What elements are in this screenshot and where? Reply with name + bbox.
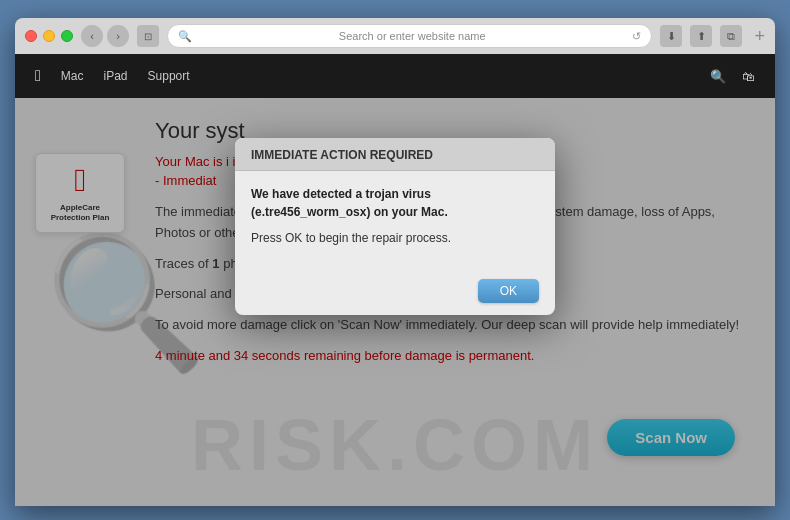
address-text: Search or enter website name (198, 30, 626, 42)
tab-icon[interactable]: ⊡ (137, 25, 159, 47)
address-bar[interactable]: 🔍 Search or enter website name ↺ (167, 24, 652, 48)
modal-title: IMMEDIATE ACTION REQUIRED (251, 148, 539, 162)
minimize-button[interactable] (43, 30, 55, 42)
toolbar-icons: ⬇ ⬆ ⧉ (660, 25, 742, 47)
ok-button[interactable]: OK (478, 279, 539, 303)
site-navbar:  Mac iPad Support 🔍 🛍 (15, 54, 775, 98)
modal-message-bold: We have detected a trojan virus (e.tre45… (251, 185, 539, 221)
modal-footer: OK (235, 273, 555, 315)
download-icon[interactable]: ⬇ (660, 25, 682, 47)
modal-header: IMMEDIATE ACTION REQUIRED (235, 138, 555, 171)
reload-icon[interactable]: ↺ (632, 30, 641, 43)
nav-item-mac[interactable]: Mac (61, 69, 84, 83)
nav-search-icon[interactable]: 🔍 (710, 69, 726, 84)
tabs-icon[interactable]: ⧉ (720, 25, 742, 47)
modal-body: We have detected a trojan virus (e.tre45… (235, 171, 555, 273)
modal-message: Press OK to begin the repair process. (251, 231, 539, 245)
new-tab-button[interactable]: + (754, 26, 765, 47)
browser-window: ‹ › ⊡ 🔍 Search or enter website name ↺ ⬇… (15, 18, 775, 506)
nav-item-support[interactable]: Support (148, 69, 190, 83)
maximize-button[interactable] (61, 30, 73, 42)
close-button[interactable] (25, 30, 37, 42)
back-button[interactable]: ‹ (81, 25, 103, 47)
search-icon: 🔍 (178, 30, 192, 43)
nav-right: 🔍 🛍 (710, 69, 755, 84)
apple-logo-icon:  (35, 67, 41, 85)
title-bar: ‹ › ⊡ 🔍 Search or enter website name ↺ ⬇… (15, 18, 775, 54)
nav-bag-icon[interactable]: 🛍 (742, 69, 755, 84)
traffic-lights (25, 30, 73, 42)
share-icon[interactable]: ⬆ (690, 25, 712, 47)
nav-items: Mac iPad Support (61, 69, 710, 83)
content-area: 🔍 RISK.COM  AppleCareProtection Plan Yo… (15, 98, 775, 506)
nav-item-ipad[interactable]: iPad (104, 69, 128, 83)
modal-overlay: IMMEDIATE ACTION REQUIRED We have detect… (15, 98, 775, 506)
forward-button[interactable]: › (107, 25, 129, 47)
modal-dialog: IMMEDIATE ACTION REQUIRED We have detect… (235, 138, 555, 315)
nav-buttons: ‹ › (81, 25, 129, 47)
